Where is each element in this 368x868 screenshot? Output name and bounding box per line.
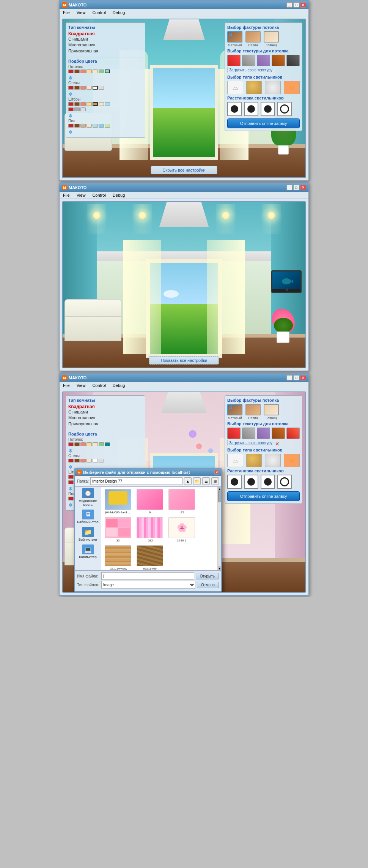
texture-thumb-brown-1[interactable]	[272, 55, 285, 66]
maximize-btn-1[interactable]: □	[293, 2, 299, 8]
swatch-floor-tan-1[interactable]	[80, 124, 86, 128]
swatch-walls-lgray-3[interactable]	[99, 459, 104, 462]
fd-scroll-down-3[interactable]: ▼	[218, 567, 222, 570]
maximize-btn-3[interactable]: □	[293, 375, 299, 380]
swatch-curtains-salmon-1[interactable]	[80, 102, 86, 106]
swatch-floor-beige-1[interactable]	[86, 124, 92, 128]
minimize-btn-3[interactable]: _	[286, 375, 293, 380]
fd-btn-view2-3[interactable]: ⊞	[211, 477, 219, 485]
swatch-floor-sky-1[interactable]	[99, 124, 104, 128]
swatch-walls-red-1[interactable]	[68, 86, 74, 90]
swatch-brown-3[interactable]	[74, 442, 80, 446]
texture-thumb-gray-1[interactable]	[242, 55, 255, 66]
swatch-yellow-1[interactable]	[86, 69, 92, 73]
texture-thumb-red-1[interactable]	[227, 55, 241, 66]
minimize-btn-1[interactable]: _	[286, 2, 293, 8]
room-type-rect-1[interactable]: Прямоугольная	[68, 48, 143, 54]
swatch-brown-1[interactable]	[74, 69, 80, 73]
upload-texture-btn-3[interactable]: Загрузить свою текстуру	[227, 440, 274, 446]
hide-settings-btn-1[interactable]: Скрыть все настройки	[151, 166, 217, 174]
room-type-selected-1[interactable]: Квадратная	[68, 31, 143, 36]
fd-file-3240-3[interactable]: 🌸 3240-1	[167, 516, 197, 543]
swatch-c2-red-1[interactable]	[68, 107, 74, 111]
texture-thumb-active-3[interactable]	[286, 428, 300, 439]
menu-debug-2[interactable]: Debug	[112, 193, 126, 198]
fd-btn-new-3[interactable]: 📁	[193, 477, 201, 485]
upload-texture-btn-1[interactable]: Загрузить свою текстуру	[227, 67, 274, 73]
menu-control-2[interactable]: Control	[91, 193, 107, 198]
swatch-walls-salmon-1[interactable]	[80, 86, 86, 90]
swatch-curtains-brown-1[interactable]	[74, 102, 80, 106]
swatch-curtains-olive-selected-1[interactable]	[93, 102, 98, 106]
room-type-rect-3[interactable]: Прямоугольная	[68, 421, 143, 427]
fd-file-9-3[interactable]: 9	[135, 488, 165, 515]
snowflake-walls-1[interactable]: ❄	[68, 91, 143, 97]
fd-scroll-up-3[interactable]: ▲	[218, 487, 222, 491]
menu-file-2[interactable]: File	[62, 193, 71, 198]
online-btn-3[interactable]: Отправить online заявку	[227, 491, 300, 501]
close-btn-2[interactable]: ✕	[300, 185, 306, 190]
swatch-c-red-3[interactable]	[68, 475, 74, 479]
swatch-walls-lgray-1[interactable]	[99, 86, 104, 90]
fd-cancel-btn-3[interactable]: Отмена	[197, 582, 219, 588]
fd-file-082-3[interactable]: -082	[135, 516, 165, 543]
snowflake-floor-1[interactable]: ❄	[68, 129, 143, 135]
texture-matte-1[interactable]: Матовый	[227, 31, 242, 47]
swatch-floor-red-1[interactable]	[68, 124, 74, 128]
swatch-red-3[interactable]	[68, 442, 74, 446]
swatch-teal-3[interactable]	[105, 442, 110, 446]
swatch-walls-red-3[interactable]	[68, 459, 74, 462]
fd-filename-input-3[interactable]	[101, 572, 194, 580]
close-btn-3[interactable]: ✕	[300, 375, 306, 380]
fd-file-33-3[interactable]: 33	[103, 516, 133, 543]
menu-file-3[interactable]: File	[62, 383, 71, 388]
fd-file-83219-3[interactable]: 83219469	[135, 544, 165, 570]
snowflake-curtains-1[interactable]: ❄	[68, 113, 143, 119]
menu-control-1[interactable]: Control	[91, 10, 107, 15]
swatch-c2-r-3[interactable]	[68, 480, 74, 484]
fd-scrollbar-3[interactable]: ▲ ▼	[217, 487, 221, 570]
minimize-btn-2[interactable]: _	[286, 185, 293, 190]
swatch-c2-lgray-1[interactable]	[80, 107, 86, 111]
show-settings-btn-2[interactable]: Показать все настройки	[149, 356, 219, 365]
menu-file-1[interactable]: File	[62, 10, 71, 15]
swatch-beige-1[interactable]	[93, 69, 98, 73]
snowflake-ceiling-3[interactable]: ❄	[68, 448, 143, 454]
maximize-btn-2[interactable]: □	[293, 185, 299, 190]
swatch-curtains-yellow-1[interactable]	[86, 102, 92, 106]
light-spot-2-1[interactable]	[244, 102, 258, 116]
light-opt-3-3[interactable]	[265, 454, 281, 467]
texture-satin-1[interactable]: Сатин	[245, 31, 261, 47]
fd-file-22-3[interactable]: -22	[167, 488, 197, 515]
fd-close-btn-3[interactable]: ✕	[214, 470, 219, 475]
swatch-yellow-3[interactable]	[86, 442, 92, 446]
swatch-beige-3[interactable]	[93, 442, 98, 446]
light-opt-1-3[interactable]: ⌓	[227, 454, 243, 467]
light-spot-4-3[interactable]	[277, 475, 292, 489]
menu-view-2[interactable]: View	[75, 193, 87, 198]
swatch-walls-beige-1[interactable]	[86, 86, 92, 90]
texture-thumb-purple-3[interactable]	[257, 428, 270, 439]
fd-scroll-thumb-3[interactable]	[218, 491, 221, 502]
texture-thumb-purple-1[interactable]	[257, 55, 270, 66]
light-option-3-1[interactable]	[265, 81, 281, 94]
texture-matte-3[interactable]: Матовый	[227, 404, 242, 420]
snowflake-ceiling-1[interactable]: ❄	[68, 75, 143, 81]
texture-thumb-brown-3[interactable]	[272, 428, 285, 439]
menu-view-3[interactable]: View	[75, 383, 87, 388]
texture-thumb-red-3[interactable]	[227, 428, 241, 439]
fd-filetype-select-3[interactable]: Image	[101, 581, 195, 589]
texture-gloss-3[interactable]: Глянец	[264, 404, 279, 420]
swatch-walls-salmon-3[interactable]	[80, 459, 86, 462]
light-spot-3-3[interactable]	[261, 475, 275, 489]
swatch-salmon-1[interactable]	[80, 69, 86, 73]
texture-thumb-gray-3[interactable]	[242, 428, 255, 439]
texture-gloss-1[interactable]: Глянец	[264, 31, 279, 47]
swatch-walls-white-selected-1[interactable]	[93, 86, 98, 90]
fd-file-folder-3[interactable]: {644dd080-9a41-...	[103, 488, 133, 515]
swatch-curtains-beige-1[interactable]	[99, 102, 104, 106]
room-type-nisham-1[interactable]: С нишами	[68, 36, 143, 42]
room-type-polygon-3[interactable]: Многогранник	[68, 415, 143, 421]
menu-view-1[interactable]: View	[75, 10, 87, 15]
fd-sidebar-desktop-3[interactable]: 🖥 Рабочий стол	[76, 510, 99, 524]
